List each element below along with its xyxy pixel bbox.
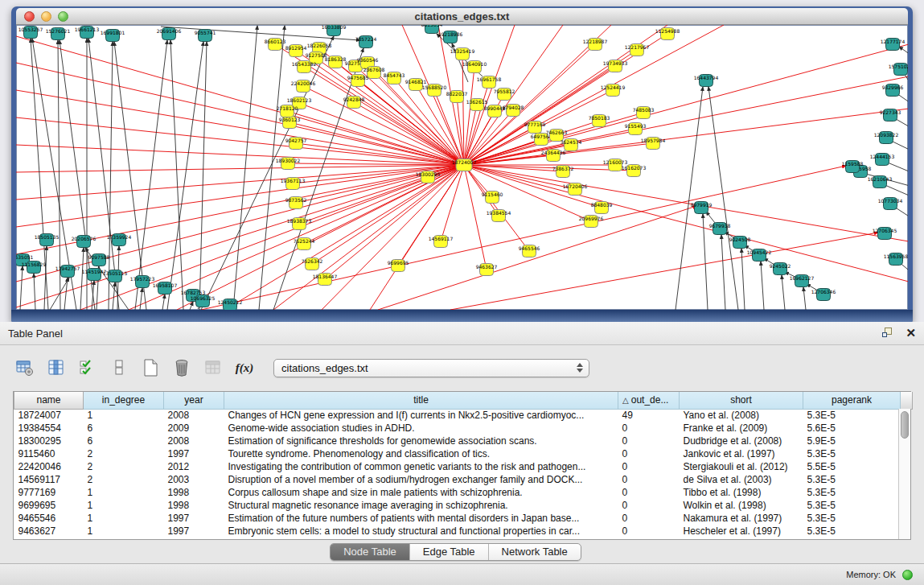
cell-year[interactable]: 1997 [164,512,224,525]
float-panel-icon[interactable] [881,327,894,340]
cell-short[interactable]: Franke et al. (2009) [680,422,803,435]
graph-node[interactable]: 11156829 [22,262,47,274]
graph-node[interactable]: 16720406 [563,183,588,196]
cell-title[interactable]: Changes of HCN gene expression and I(f) … [224,409,618,422]
graph-node[interactable]: 16210643 [868,176,893,188]
cell-out_degree[interactable]: 0 [618,447,680,460]
cell-in_degree[interactable]: 1 [84,409,164,422]
graph-node[interactable]: 18957984 [641,138,666,150]
graph-node[interactable]: 7526342 [302,258,323,270]
red-edge[interactable] [464,165,529,251]
red-edge[interactable] [16,145,464,165]
column-header-title[interactable]: title [224,392,618,409]
black-edge[interactable] [20,266,23,310]
graph-node[interactable]: 7386372 [552,166,574,178]
graph-node[interactable]: 9475685 [347,75,369,87]
cell-name[interactable]: 9115460 [14,447,84,460]
cell-year[interactable]: 1998 [164,486,224,499]
cell-in_degree[interactable]: 6 [84,422,164,435]
cell-pagerank[interactable]: 5.3E-5 [803,447,901,460]
cell-in_degree[interactable]: 6 [84,435,164,447]
column-header-year[interactable]: year [164,392,224,409]
cell-pagerank[interactable]: 5.6E-5 [803,422,901,435]
graph-node[interactable]: 18325419 [450,48,475,60]
cell-pagerank[interactable]: 5.3E-5 [803,486,901,499]
graph-node[interactable]: 7857224 [355,36,377,48]
cell-pagerank[interactable]: 5.3E-5 [803,409,901,422]
cell-short[interactable]: de Silva et al. (2003) [680,473,803,486]
function-builder-icon[interactable]: f(x) [234,357,255,378]
close-panel-icon[interactable]: ✕ [906,327,916,340]
red-edge[interactable] [16,36,464,165]
graph-node[interactable]: 18505135 [35,234,60,246]
table-row[interactable]: 911546021997Tourette syndrome. Phenomeno… [14,447,913,460]
tab-network-table[interactable]: Network Table [488,544,581,560]
graph-node[interactable]: 9097588 [88,254,110,266]
black-edge[interactable] [199,42,207,310]
cell-pagerank[interactable]: 5.9E-5 [803,435,901,447]
graph-node[interactable]: 7485083 [633,107,655,119]
table-selector-dropdown[interactable]: citations_edges.txt [273,359,589,377]
graph-node[interactable]: 12217967 [625,44,650,56]
graph-node[interactable]: 16958107 [153,282,178,295]
cell-title[interactable]: Investigating the contribution of common… [224,460,618,473]
red-edge[interactable] [16,165,464,227]
graph-node[interactable]: 14569117 [429,236,454,248]
cell-in_degree[interactable]: 2 [84,460,164,473]
close-window-icon[interactable] [24,11,35,22]
cell-pagerank[interactable]: 5.3E-5 [803,473,901,486]
rows-icon[interactable] [109,357,129,378]
cell-short[interactable]: Nakamura et al. (1997) [680,512,803,525]
graph-node[interactable]: 9329966 [882,84,904,97]
cell-out_degree[interactable]: 0 [618,486,680,499]
table-row[interactable]: 946362711997Embryonic stem cells: a mode… [14,525,913,538]
graph-node[interactable]: 11563958 [884,253,908,266]
black-edge[interactable] [135,40,167,310]
black-edge[interactable] [721,235,725,310]
cell-year[interactable]: 2009 [164,422,224,435]
graph-node[interactable]: 10773034 [878,198,903,210]
red-edge[interactable] [177,165,464,310]
graph-node[interactable]: 9699695 [388,260,409,272]
graph-node[interactable]: 2718120 [277,105,298,117]
black-edge[interactable] [113,282,115,310]
black-edge[interactable] [899,47,908,56]
graph-node[interactable]: 8454743 [384,72,405,84]
cell-short[interactable]: Yano et al. (2008) [680,409,803,422]
graph-node[interactable]: 19384554 [487,210,511,222]
cell-year[interactable]: 2008 [164,435,224,447]
cell-in_degree[interactable]: 2 [84,447,164,460]
cell-in_degree[interactable]: 1 [84,512,164,525]
cell-year[interactable]: 2012 [164,460,224,473]
graph-node[interactable]: 7850183 [589,115,610,127]
graph-node[interactable]: 8979919 [691,202,713,214]
cell-short[interactable]: Wolkin et al. (1998) [680,499,803,512]
table-scrollbar[interactable] [898,409,910,539]
graph-node[interactable]: 10945422 [747,249,772,262]
table-row[interactable]: 1456911722003Disruption of a novel membe… [14,473,913,486]
cell-short[interactable]: Jankovic et al. (1997) [680,447,803,460]
graph-node[interactable]: 18136447 [313,274,338,286]
graph-node[interactable]: 16991801 [101,30,125,42]
network-window-titlebar[interactable]: citations_edges.txt [16,8,908,25]
black-edge[interactable] [741,249,745,310]
black-edge[interactable] [782,275,785,310]
red-edge[interactable] [464,25,563,165]
graph-node[interactable]: 12706345 [873,228,897,240]
graph-node[interactable]: 20206576 [72,236,97,248]
cell-out_degree[interactable]: 0 [618,473,680,486]
graph-node[interactable]: 6794028 [503,105,524,117]
graph-node[interactable]: 9155493 [625,123,647,135]
column-header-name[interactable]: name [14,392,84,409]
graph-node[interactable]: 19661213 [75,27,100,39]
cell-pagerank[interactable]: 5.3E-5 [803,512,901,525]
graph-node[interactable]: 12450212 [218,299,243,311]
graph-node[interactable]: 9115460 [482,192,503,204]
graph-node[interactable]: 16961758 [477,76,502,89]
graph-node[interactable]: 20691406 [157,28,182,40]
cell-out_degree[interactable]: 0 [618,512,680,525]
graph-node[interactable]: 15751024 [889,64,908,76]
graph-node[interactable]: 18640910 [462,61,487,73]
minimize-window-icon[interactable] [41,11,51,22]
table-row[interactable]: 977716911998Corpus callosum shape and si… [14,486,913,499]
